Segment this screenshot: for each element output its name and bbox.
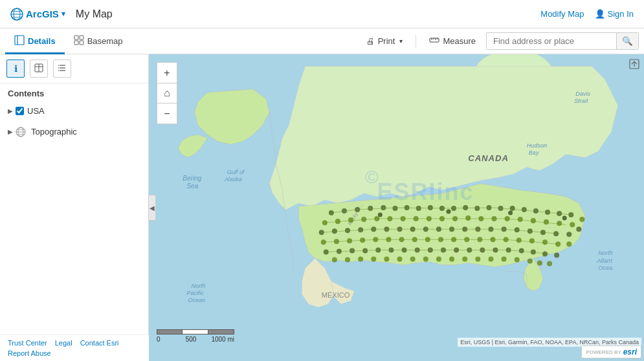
zoom-out-button[interactable]: − xyxy=(157,104,177,124)
map-export-button[interactable] xyxy=(628,58,640,72)
zoom-in-button[interactable]: + xyxy=(157,62,177,83)
tabbar-right: 🖨 Print ▾ Measure 🔍 xyxy=(366,32,639,50)
svg-point-81 xyxy=(465,215,471,221)
sidebar: ℹ Contents ▶ USA ▶ xyxy=(0,54,149,361)
svg-point-88 xyxy=(557,221,562,226)
svg-text:North: North xyxy=(191,283,205,289)
bottom-links: Trust Center Legal Contact Esri Report A… xyxy=(0,334,149,361)
esri-logo-text: esri xyxy=(623,347,637,356)
svg-point-127 xyxy=(516,237,522,243)
table-icon xyxy=(34,63,43,74)
info-icon: ℹ xyxy=(14,63,17,74)
svg-text:Sea: Sea xyxy=(186,182,198,190)
svg-point-158 xyxy=(423,256,428,261)
svg-point-156 xyxy=(397,256,403,261)
table-tool-button[interactable] xyxy=(30,60,48,78)
map-controls: + ⌂ − xyxy=(157,62,177,124)
svg-point-110 xyxy=(566,232,572,237)
svg-rect-8 xyxy=(80,36,83,39)
details-tab-icon xyxy=(14,35,25,47)
svg-point-160 xyxy=(449,256,454,261)
svg-point-90 xyxy=(579,217,584,222)
map-title: My Map xyxy=(76,8,113,20)
contents-label: Contents xyxy=(0,83,148,104)
scale-box-2 xyxy=(183,329,208,334)
trust-center-link[interactable]: Trust Center xyxy=(8,339,47,347)
tabbar-left: Details Basemap xyxy=(5,29,132,54)
svg-point-157 xyxy=(410,256,416,261)
svg-text:Alaska: Alaska xyxy=(224,176,242,182)
svg-point-128 xyxy=(529,238,535,243)
print-dropdown-icon: ▾ xyxy=(399,38,403,45)
print-icon: 🖨 xyxy=(366,36,375,46)
svg-text:Gulf of: Gulf of xyxy=(227,169,245,175)
layer-usa[interactable]: ▶ USA xyxy=(0,104,148,118)
svg-point-151 xyxy=(332,257,337,263)
arcgis-brand[interactable]: ArcGIS ▾ xyxy=(10,8,65,21)
search-input[interactable] xyxy=(487,33,616,49)
usa-expand-arrow: ▶ xyxy=(8,107,13,115)
topbar: ArcGIS ▾ My Map Modify Map 👤 Sign In xyxy=(0,0,644,28)
user-icon: 👤 xyxy=(595,9,605,19)
basemap-tab-label: Basemap xyxy=(87,36,123,46)
svg-point-166 xyxy=(527,259,533,264)
layer-topographic[interactable]: ▶ Topographic xyxy=(0,124,148,140)
arcgis-label: ArcGIS xyxy=(26,8,59,19)
svg-point-111 xyxy=(576,226,581,232)
sidebar-collapse-button[interactable]: ◀ xyxy=(148,195,156,221)
svg-point-131 xyxy=(566,241,572,246)
esri-powered-badge: POWERED BY esri xyxy=(581,345,641,358)
list-icon xyxy=(58,63,67,74)
zoom-out-icon: − xyxy=(164,108,170,120)
usa-checkbox[interactable] xyxy=(16,107,24,115)
search-box: 🔍 xyxy=(486,32,639,50)
powered-by-text: POWERED BY xyxy=(586,349,621,355)
scale-box-1 xyxy=(157,329,183,334)
modify-map-button[interactable]: Modify Map xyxy=(540,9,584,19)
sign-in-button[interactable]: 👤 Sign In xyxy=(595,9,634,19)
usa-layer-label: USA xyxy=(27,106,45,116)
svg-point-147 xyxy=(519,248,524,253)
list-tool-button[interactable] xyxy=(53,60,71,78)
scale-bar: 0 500 1000 mi xyxy=(157,329,234,343)
svg-point-162 xyxy=(475,256,480,261)
svg-point-54 xyxy=(392,206,397,211)
info-tool-button[interactable]: ℹ xyxy=(6,60,25,78)
svg-rect-10 xyxy=(80,41,83,45)
topbar-right: Modify Map 👤 Sign In xyxy=(540,9,634,19)
arcgis-globe-icon xyxy=(10,8,23,21)
svg-point-61 xyxy=(474,206,480,211)
contact-esri-link[interactable]: Contact Esri xyxy=(80,339,119,347)
svg-point-171 xyxy=(508,211,513,215)
svg-text:Atlant.: Atlant. xyxy=(597,257,614,264)
svg-rect-7 xyxy=(74,36,78,39)
scale-label-1000: 1000 mi xyxy=(211,336,234,343)
report-abuse-link[interactable]: Report Abuse xyxy=(8,349,51,357)
svg-point-53 xyxy=(381,205,386,210)
measure-button[interactable]: Measure xyxy=(429,35,476,47)
tab-basemap[interactable]: Basemap xyxy=(65,30,132,54)
svg-point-87 xyxy=(544,219,549,224)
svg-text:Ocea.: Ocea. xyxy=(599,265,614,271)
svg-point-86 xyxy=(531,218,536,223)
svg-text:MÉXICO: MÉXICO xyxy=(322,291,350,299)
svg-text:Davis: Davis xyxy=(575,91,590,97)
svg-point-85 xyxy=(518,217,523,222)
search-button[interactable]: 🔍 xyxy=(616,33,638,49)
svg-point-64 xyxy=(510,206,515,211)
svg-rect-5 xyxy=(15,36,24,45)
tab-details[interactable]: Details xyxy=(5,30,65,54)
map-area[interactable]: CANADA MÉXICO Bering Sea Gulf of Alaska … xyxy=(149,54,644,361)
home-button[interactable]: ⌂ xyxy=(157,83,177,104)
tabbar: Details Basemap 🖨 Print ▾ Measure 🔍 xyxy=(0,28,644,54)
svg-point-22 xyxy=(58,65,59,65)
svg-point-129 xyxy=(542,239,548,245)
svg-text:Hudson: Hudson xyxy=(527,142,547,149)
svg-text:Pacific: Pacific xyxy=(186,290,204,296)
legal-link[interactable]: Legal xyxy=(55,339,72,347)
svg-point-92 xyxy=(332,228,337,234)
arcgis-dropdown-icon[interactable]: ▾ xyxy=(61,10,65,18)
scale-label-500: 500 xyxy=(186,336,197,343)
svg-point-163 xyxy=(488,256,493,261)
print-button[interactable]: 🖨 Print ▾ xyxy=(366,36,403,46)
